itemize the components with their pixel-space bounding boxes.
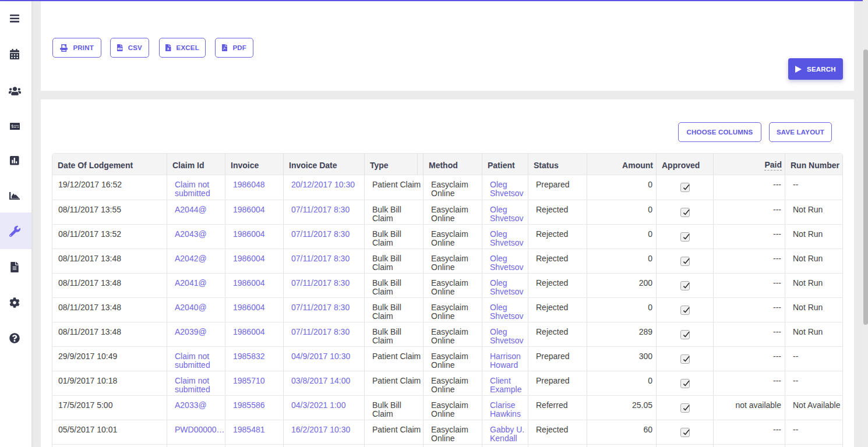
svg-text:csv: csv [119, 48, 122, 50]
svg-text:x: x [167, 47, 170, 51]
